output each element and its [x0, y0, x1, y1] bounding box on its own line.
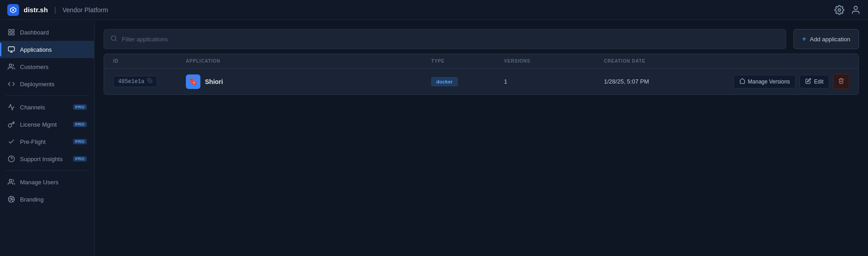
delete-button[interactable] — [833, 74, 849, 89]
dashboard-icon — [7, 28, 15, 36]
add-application-button[interactable]: + Add application — [793, 29, 859, 49]
sidebar-item-label: Manage Users — [20, 179, 87, 186]
sidebar-item-branding[interactable]: Branding — [0, 191, 94, 208]
pro-badge: Pro — [73, 104, 87, 110]
manage-versions-button[interactable]: Manage Versions — [733, 75, 796, 89]
brand-separator: | — [54, 6, 56, 14]
table-header: ID APPLICATION TYPE VERSIONS CREATION DA… — [104, 54, 858, 69]
user-icon[interactable] — [851, 5, 861, 15]
add-application-label: Add application — [810, 36, 850, 43]
sidebar-item-license-mgmt[interactable]: License Mgmt Pro — [0, 116, 94, 133]
sidebar-item-label: Deployments — [20, 81, 87, 88]
sidebar-divider — [5, 95, 89, 96]
svg-rect-8 — [8, 47, 14, 51]
sidebar-item-label: Customers — [20, 64, 87, 70]
column-id: ID — [113, 59, 186, 64]
sidebar-item-applications[interactable]: Applications — [0, 41, 94, 58]
branding-icon — [7, 195, 15, 203]
logo-icon[interactable] — [7, 4, 19, 16]
svg-line-15 — [115, 39, 116, 41]
sidebar-item-manage-users[interactable]: Manage Users — [0, 173, 94, 191]
settings-icon[interactable] — [834, 5, 844, 15]
type-badge: docker — [431, 77, 458, 86]
sidebar-divider — [5, 170, 89, 171]
applications-icon — [7, 45, 15, 54]
column-versions: VERSIONS — [504, 59, 604, 64]
sidebar-item-label: Branding — [20, 196, 87, 203]
filter-input[interactable] — [122, 36, 779, 43]
sidebar-item-dashboard[interactable]: Dashboard — [0, 24, 94, 41]
trash-icon — [838, 78, 844, 85]
id-badge: 485e1e1a — [113, 76, 157, 87]
filter-bar — [104, 29, 786, 49]
sidebar-item-customers[interactable]: Customers — [0, 58, 94, 75]
edit-label: Edit — [814, 79, 823, 85]
sidebar-item-pre-flight[interactable]: Pre-Flight Pro — [0, 133, 94, 150]
svg-point-3 — [854, 6, 857, 9]
column-application: APPLICATION — [186, 59, 431, 64]
versions-icon — [739, 78, 745, 85]
deployments-icon — [7, 80, 15, 88]
topbar: distr.sh | Vendor Platform — [0, 0, 868, 20]
brand-name: distr.sh — [24, 6, 48, 14]
sidebar-item-deployments[interactable]: Deployments — [0, 75, 94, 93]
pro-badge: Pro — [73, 156, 87, 162]
actions-cell: Manage Versions Edit — [733, 74, 849, 89]
pro-badge: Pro — [73, 122, 87, 127]
copy-icon[interactable] — [147, 78, 152, 85]
preflight-icon — [7, 138, 15, 146]
channels-icon — [7, 103, 15, 111]
platform-name: Vendor Platform — [63, 6, 108, 14]
manage-versions-label: Manage Versions — [748, 79, 790, 85]
license-icon — [7, 120, 15, 128]
sidebar-item-support-insights[interactable]: Support Insights Pro — [0, 150, 94, 167]
svg-point-1 — [12, 9, 14, 11]
customers-icon — [7, 63, 15, 71]
sidebar-item-label: Dashboard — [20, 29, 87, 36]
top-section: + Add application — [104, 29, 859, 49]
creation-date-value: 1/28/25, 5:07 PM — [604, 78, 649, 85]
svg-rect-6 — [12, 33, 14, 35]
content-area: + Add application ID APPLICATION TYPE VE… — [95, 20, 868, 256]
topbar-right — [834, 5, 861, 15]
cell-id: 485e1e1a — [113, 76, 186, 87]
cell-type: docker — [431, 77, 504, 86]
column-type: TYPE — [431, 59, 504, 64]
filter-wrapper — [104, 29, 786, 49]
app-logo: 🔖 — [186, 74, 200, 89]
svg-rect-7 — [9, 33, 11, 35]
app-name: Shiori — [205, 78, 223, 85]
applications-table: ID APPLICATION TYPE VERSIONS CREATION DA… — [104, 54, 859, 95]
sidebar-item-label: License Mgmt — [20, 121, 69, 128]
main-layout: Dashboard Applications Customers — [0, 20, 868, 256]
support-icon — [7, 155, 15, 163]
users-icon — [7, 178, 15, 186]
plus-icon: + — [802, 35, 806, 43]
svg-rect-4 — [9, 30, 11, 32]
search-icon — [110, 35, 117, 43]
svg-point-12 — [9, 179, 11, 182]
svg-point-14 — [111, 36, 116, 40]
svg-point-2 — [838, 9, 841, 11]
edit-button[interactable]: Edit — [799, 75, 829, 89]
sidebar-item-channels[interactable]: Channels Pro — [0, 98, 94, 116]
svg-point-9 — [9, 64, 11, 66]
sidebar-item-label: Channels — [20, 104, 69, 111]
svg-rect-5 — [12, 30, 14, 32]
id-value: 485e1e1a — [118, 79, 145, 85]
cell-application: 🔖 Shiori — [186, 74, 431, 89]
cell-versions: 1 — [504, 78, 604, 85]
cell-creation-date: 1/28/25, 5:07 PM Manage Versions — [604, 74, 849, 89]
table-row: 485e1e1a 🔖 Shiori docker 1 — [104, 69, 858, 94]
column-creation-date: CREATION DATE — [604, 59, 849, 64]
pro-badge: Pro — [73, 139, 87, 144]
sidebar-item-label: Support Insights — [20, 156, 69, 162]
sidebar: Dashboard Applications Customers — [0, 20, 95, 256]
sidebar-item-label: Pre-Flight — [20, 138, 69, 145]
svg-rect-16 — [149, 80, 152, 83]
topbar-left: distr.sh | Vendor Platform — [7, 4, 108, 16]
sidebar-item-label: Applications — [20, 46, 87, 53]
edit-icon — [805, 78, 811, 85]
